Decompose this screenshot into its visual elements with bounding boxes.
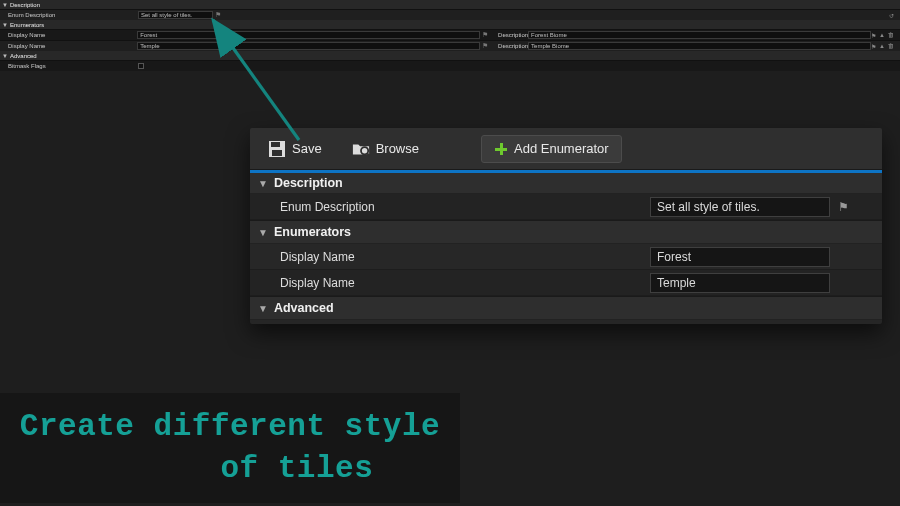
flag-icon[interactable]: ⚑ xyxy=(482,31,488,39)
top-section-enumerators[interactable]: ▼ Enumerators xyxy=(0,20,900,29)
up-icon[interactable]: ▲ xyxy=(879,43,885,50)
top-enum-row: Display Name ⚑ Description ⚑ ▲ 🗑 xyxy=(0,29,900,40)
top-display-name-label: Display Name xyxy=(8,43,137,49)
top-details-panel: ▼ Description Enum Description ⚑ ↺ ▼ Enu… xyxy=(0,0,900,71)
zoom-display-name-input[interactable] xyxy=(650,247,830,267)
trash-icon[interactable]: 🗑 xyxy=(888,32,894,39)
zoom-section-enumerators[interactable]: ▼ Enumerators xyxy=(250,220,882,244)
browse-button[interactable]: Browse xyxy=(344,135,427,163)
zoom-display-name-input[interactable] xyxy=(650,273,830,293)
flag-icon[interactable]: ⚑ xyxy=(871,32,876,39)
top-section-description[interactable]: ▼ Description xyxy=(0,0,900,9)
zoom-section-label: Advanced xyxy=(274,301,334,315)
zoom-display-name-label: Display Name xyxy=(280,276,650,290)
chevron-down-icon: ▼ xyxy=(258,303,268,314)
top-display-name-input[interactable] xyxy=(137,31,480,39)
annotation-caption: Create different style of tiles xyxy=(0,393,460,503)
save-icon xyxy=(268,140,286,158)
top-bitmask-row: Bitmask Flags xyxy=(0,60,900,71)
zoom-enum-desc-label: Enum Description xyxy=(280,200,650,214)
zoom-card: Save Browse Add Enumerator ▼ Description… xyxy=(250,128,882,324)
up-icon[interactable]: ▲ xyxy=(879,32,885,39)
flag-icon[interactable]: ⚑ xyxy=(838,200,849,214)
chevron-down-icon: ▼ xyxy=(2,2,8,8)
zoom-section-description[interactable]: ▼ Description xyxy=(250,170,882,194)
top-display-name-label: Display Name xyxy=(8,32,137,38)
top-desc-input[interactable] xyxy=(528,31,871,39)
top-desc-label: Description xyxy=(498,32,528,38)
top-enum-desc-input[interactable] xyxy=(138,11,213,19)
zoom-enum-desc-row: Enum Description ⚑ xyxy=(250,194,882,220)
flag-icon[interactable]: ⚑ xyxy=(871,43,876,50)
zoom-section-label: Description xyxy=(274,176,343,190)
bitmask-checkbox[interactable] xyxy=(138,63,144,69)
top-enum-desc-label: Enum Description xyxy=(8,12,138,18)
top-section-label: Description xyxy=(10,2,40,8)
svg-rect-2 xyxy=(272,150,282,156)
zoom-enum-row: Display Name xyxy=(250,244,882,270)
trash-icon[interactable]: 🗑 xyxy=(888,43,894,50)
top-section-advanced[interactable]: ▼ Advanced xyxy=(0,51,900,60)
flag-icon[interactable]: ⚑ xyxy=(482,42,488,50)
zoom-enum-row: Display Name xyxy=(250,270,882,296)
zoom-enum-desc-input[interactable] xyxy=(650,197,830,217)
top-desc-label: Description xyxy=(498,43,528,49)
caption-text: Create different style of tiles xyxy=(20,406,440,490)
svg-rect-1 xyxy=(271,142,280,147)
top-enum-row: Display Name ⚑ Description ⚑ ▲ 🗑 xyxy=(0,40,900,51)
save-button[interactable]: Save xyxy=(260,135,330,163)
chevron-down-icon: ▼ xyxy=(2,22,8,28)
chevron-down-icon: ▼ xyxy=(258,227,268,238)
top-enum-desc-row: Enum Description ⚑ ↺ xyxy=(0,9,900,20)
top-desc-input[interactable] xyxy=(528,42,871,50)
top-bitmask-label: Bitmask Flags xyxy=(8,63,138,69)
reset-icon[interactable]: ↺ xyxy=(889,12,894,19)
zoom-display-name-label: Display Name xyxy=(280,250,650,264)
top-display-name-input[interactable] xyxy=(137,42,480,50)
svg-line-4 xyxy=(367,153,369,155)
plus-icon xyxy=(494,142,508,156)
chevron-down-icon: ▼ xyxy=(2,53,8,59)
zoom-section-advanced[interactable]: ▼ Advanced xyxy=(250,296,882,320)
chevron-down-icon: ▼ xyxy=(258,178,268,189)
zoom-section-label: Enumerators xyxy=(274,225,351,239)
save-label: Save xyxy=(292,141,322,156)
zoom-toolbar: Save Browse Add Enumerator xyxy=(250,128,882,170)
add-enumerator-button[interactable]: Add Enumerator xyxy=(481,135,622,163)
browse-icon xyxy=(352,140,370,158)
flag-icon[interactable]: ⚑ xyxy=(215,11,221,19)
top-section-label: Advanced xyxy=(10,53,37,59)
browse-label: Browse xyxy=(376,141,419,156)
add-enum-label: Add Enumerator xyxy=(514,141,609,156)
top-section-label: Enumerators xyxy=(10,22,44,28)
